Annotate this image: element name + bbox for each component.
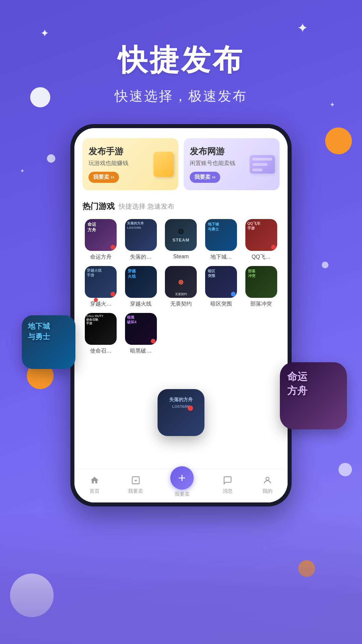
nav-item-message[interactable]: 消息 xyxy=(221,474,234,494)
game-name-anhei: 暗黑破… xyxy=(125,347,157,355)
banner-row: 发布手游 玩游戏也能赚钱 我要卖 ›› 发布网游 闲置账号也能卖钱 我要卖 ›› xyxy=(82,138,280,190)
phone-screen: 发布手游 玩游戏也能赚钱 我要卖 ›› 发布网游 闲置账号也能卖钱 我要卖 ›› xyxy=(74,128,288,502)
hero-title: 快捷发布 xyxy=(0,40,362,80)
hero-subtitle: 快速选择，极速发布 xyxy=(0,87,362,105)
nav-item-home[interactable]: 首页 xyxy=(88,474,101,494)
game-name-wujv: 无畏契约 xyxy=(165,301,197,308)
deco-circle-3 xyxy=(322,262,328,268)
profile-icon xyxy=(261,474,274,487)
nav-label-sell: 我要卖 xyxy=(128,488,143,494)
banner-web-icon xyxy=(250,155,275,173)
game-icon-buluo: 部落冲突 xyxy=(245,266,277,298)
message-icon xyxy=(221,474,234,487)
phone-container: 发布手游 玩游戏也能赚钱 我要卖 ›› 发布网游 闲置账号也能卖钱 我要卖 ›› xyxy=(70,124,292,527)
star-icon-4: ✦ xyxy=(20,168,24,174)
hero-section: 快捷发布 快速选择，极速发布 xyxy=(0,0,362,105)
list-item[interactable]: 暗区突围 暗区突围 xyxy=(203,266,240,308)
banner-mobile[interactable]: 发布手游 玩游戏也能赚钱 我要卖 ›› xyxy=(82,138,178,190)
section-subtitle: 快捷选择 急速发布 xyxy=(119,202,174,211)
game-name-mingyu: 命运方舟 xyxy=(85,254,117,261)
list-item[interactable]: 部落冲突 部落冲突 xyxy=(243,266,280,308)
game-icon-anya: 暗区突围 xyxy=(205,266,237,298)
game-icon-wujv: ⊗ 无畏契约 xyxy=(165,266,197,298)
game-name-chuan2: 穿越火线 xyxy=(125,301,157,308)
game-name-anya: 暗区突围 xyxy=(205,301,237,308)
deco-circle-white-large xyxy=(10,574,54,617)
red-dot-left xyxy=(94,298,98,302)
phone-content: 发布手游 玩游戏也能赚钱 我要卖 ›› 发布网游 闲置账号也能卖钱 我要卖 ›› xyxy=(74,128,288,502)
game-icon-anhei: 暗黑破坏4 xyxy=(125,313,157,345)
nav-label-message: 消息 xyxy=(223,488,233,494)
deco-circle-2 xyxy=(47,154,55,163)
deco-circle-orange-1 xyxy=(325,127,352,154)
list-item[interactable]: 失落的方舟LOSTARK 失落的… xyxy=(123,219,160,261)
game-icon-shiming: CALL·DUTY使命召唤手游 xyxy=(85,313,117,345)
banner-mobile-btn[interactable]: 我要卖 ›› xyxy=(88,172,119,183)
game-icon-shiluo: 失落的方舟LOSTARK xyxy=(125,219,157,251)
game-name-buluo: 部落冲突 xyxy=(245,301,277,308)
game-grid: 命运方舟 命运方舟 失落的方舟LOSTARK 失落的… xyxy=(82,219,280,355)
nav-item-sell[interactable]: 我要卖 xyxy=(128,474,143,494)
game-icon-steam: ⚙ STEAM xyxy=(165,219,197,251)
list-item[interactable]: ⚙ STEAM Steam xyxy=(163,219,199,261)
publish-center-btn[interactable] xyxy=(170,466,194,490)
nav-item-profile[interactable]: 我的 xyxy=(261,474,274,494)
bottom-gradient xyxy=(0,510,362,644)
floating-icon-shiluo: 失落的方舟LOSTARK xyxy=(158,389,204,436)
list-item[interactable]: 命运方舟 命运方舟 xyxy=(82,219,119,261)
game-name-dixia: 地下城… xyxy=(205,254,237,261)
banner-mobile-icon xyxy=(154,152,174,177)
game-name-steam: Steam xyxy=(165,254,197,260)
nav-label-profile: 我的 xyxy=(262,488,273,494)
bottom-nav: 首页 我要卖 我要卖 xyxy=(74,469,288,502)
game-icon-qq: QQ飞车手游 xyxy=(245,219,277,251)
list-item[interactable]: 穿越火线手游 穿越火… xyxy=(82,266,119,308)
list-item[interactable]: 地下城与勇士 地下城… xyxy=(203,219,240,261)
sell-icon xyxy=(129,474,142,487)
section-title: 热门游戏 xyxy=(82,201,115,212)
floating-icon-dixia: 地下城与勇士 xyxy=(22,315,75,369)
list-item[interactable]: 穿越火线 穿越火线 xyxy=(123,266,160,308)
nav-item-publish[interactable]: 我要卖 xyxy=(170,471,194,497)
home-icon xyxy=(88,474,101,487)
phone-frame: 发布手游 玩游戏也能赚钱 我要卖 ›› 发布网游 闲置账号也能卖钱 我要卖 ›› xyxy=(70,124,292,506)
svg-point-1 xyxy=(266,477,269,480)
game-icon-chuan2: 穿越火线 xyxy=(125,266,157,298)
list-item[interactable]: 暗黑破坏4 暗黑破… xyxy=(123,313,160,355)
game-icon-dixia: 地下城与勇士 xyxy=(205,219,237,251)
banner-web[interactable]: 发布网游 闲置账号也能卖钱 我要卖 ›› xyxy=(184,138,280,190)
game-name-chuan1: 穿越火… xyxy=(85,301,117,308)
game-icon-mingyu: 命运方舟 xyxy=(85,219,117,251)
red-dot-indicator xyxy=(188,406,193,411)
list-item[interactable]: ⊗ 无畏契约 无畏契约 xyxy=(163,266,199,308)
game-name-shiluo: 失落的… xyxy=(125,254,157,261)
deco-circle-orange-3 xyxy=(298,560,315,577)
floating-icon-mingyu: 命运方舟 xyxy=(280,362,347,429)
svg-rect-0 xyxy=(132,477,139,484)
deco-circle-white-small xyxy=(339,463,352,476)
nav-label-publish: 我要卖 xyxy=(175,491,190,497)
nav-label-home: 首页 xyxy=(89,488,100,494)
game-icon-chuan1: 穿越火线手游 xyxy=(85,266,117,298)
banner-web-btn[interactable]: 我要卖 ›› xyxy=(190,172,220,183)
list-item[interactable]: CALL·DUTY使命召唤手游 使命召… xyxy=(82,313,119,355)
game-name-shiming: 使命召… xyxy=(85,347,117,355)
section-header: 热门游戏 快捷选择 急速发布 xyxy=(82,201,280,212)
list-item[interactable]: QQ飞车手游 QQ飞… xyxy=(243,219,280,261)
game-name-qq: QQ飞… xyxy=(245,254,277,261)
